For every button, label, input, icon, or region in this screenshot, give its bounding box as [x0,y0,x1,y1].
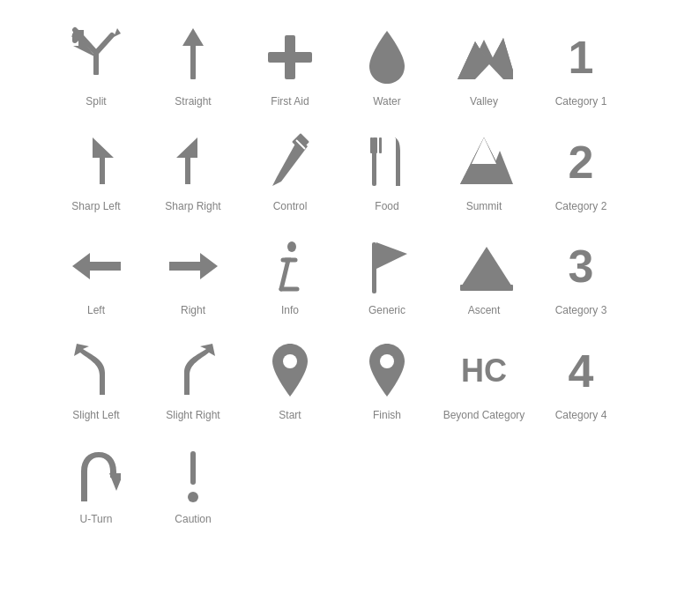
beyond-category-label: Beyond Category [443,409,525,423]
slight-right-label: Slight Right [166,409,219,423]
valley-icon [453,26,515,88]
icon-cell-left: Left [48,226,145,323]
summit-icon [453,131,515,193]
svg-point-24 [287,241,296,252]
ascent-label: Ascent [468,304,501,318]
icon-cell-summit: Summit [435,122,532,219]
start-label: Start [279,409,301,423]
food-label: Food [375,200,398,214]
svg-point-30 [283,354,297,368]
icon-cell-finish: Finish [338,331,435,427]
icon-cell-category-4: 4 Category 4 [532,331,629,427]
icon-cell-right: Right [145,226,242,323]
sharp-right-label: Sharp Right [165,200,220,214]
caution-label: Caution [175,513,211,527]
icon-cell-category-3: 3 Category 3 [532,226,629,323]
slight-left-icon [65,340,127,402]
right-icon [162,235,224,297]
icon-cell-category-1: 1 Category 1 [532,18,629,114]
u-turn-icon [65,444,127,506]
category-4-label: Category 4 [555,409,607,423]
control-icon [259,131,321,193]
svg-rect-26 [372,242,376,293]
straight-icon [162,26,224,88]
food-icon [356,131,418,193]
svg-marker-21 [472,137,496,164]
svg-rect-29 [460,285,513,291]
slight-left-label: Slight Left [72,409,119,423]
svg-point-34 [188,492,198,502]
icon-cell-food: Food [338,122,435,219]
info-icon [259,235,321,297]
water-label: Water [373,95,401,109]
category-1-label: Category 1 [555,95,607,109]
icon-cell-start: Start [242,331,338,427]
generic-icon [356,235,418,297]
svg-marker-23 [169,253,218,279]
icon-cell-sharp-left: Sharp Left [48,122,145,219]
icon-cell-valley: Valley [435,18,532,114]
start-icon [259,340,321,402]
first-aid-icon [259,26,321,88]
category-4-icon: 4 [550,340,612,402]
valley-label: Valley [470,95,498,109]
svg-marker-28 [460,247,513,288]
beyond-category-icon: HC [453,340,515,402]
svg-rect-16 [379,137,382,153]
u-turn-label: U-Turn [80,513,113,527]
generic-label: Generic [368,304,405,318]
icon-cell-category-2: 2 Category 2 [532,122,629,219]
icon-cell-caution: Caution [145,435,242,531]
icon-cell-straight: Straight [145,18,242,114]
category-1-icon: 1 [550,26,612,88]
icon-cell-slight-right: Slight Right [145,331,242,427]
icon-cell-control: Control [242,122,338,219]
svg-rect-6 [268,52,312,63]
left-icon [65,235,127,297]
caution-icon [162,444,224,506]
svg-marker-32 [109,473,121,491]
category-3-label: Category 3 [555,304,607,318]
right-label: Right [181,304,205,318]
icon-cell-sharp-right: Sharp Right [145,122,242,219]
sharp-left-icon [65,131,127,193]
icon-cell-ascent: Ascent [435,226,532,323]
icon-cell-split: Split [48,18,145,114]
sharp-right-icon [162,131,224,193]
icon-cell-info: Info [242,226,338,323]
icon-cell-generic: Generic [338,226,435,323]
straight-label: Straight [175,95,211,109]
finish-label: Finish [373,409,401,423]
sharp-left-label: Sharp Left [71,200,120,214]
split-label: Split [86,95,106,109]
category-3-icon: 3 [550,235,612,297]
first-aid-label: First Aid [271,95,309,109]
ascent-icon [453,235,515,297]
icon-cell-slight-left: Slight Left [48,331,145,427]
svg-marker-4 [182,28,204,46]
water-icon [356,26,418,88]
left-label: Left [87,304,105,318]
icon-cell-water: Water [338,18,435,114]
svg-marker-27 [376,242,407,269]
finish-icon [356,340,418,402]
svg-rect-17 [374,149,376,184]
svg-rect-14 [370,137,373,153]
info-label: Info [281,304,299,318]
slight-right-icon [162,340,224,402]
svg-marker-22 [72,253,121,279]
icon-cell-u-turn: U-Turn [48,435,145,531]
category-2-icon: 2 [550,131,612,193]
control-label: Control [273,200,308,214]
svg-marker-2 [114,28,121,37]
icon-cell-first-aid: First Aid [242,18,338,114]
icon-grid: Split Straight First Aid Water [48,18,629,531]
svg-rect-33 [190,451,196,485]
summit-label: Summit [466,200,502,214]
split-icon [65,26,127,88]
svg-point-31 [380,354,394,368]
icon-cell-beyond-category: HC Beyond Category [435,331,532,427]
category-2-label: Category 2 [555,200,607,214]
